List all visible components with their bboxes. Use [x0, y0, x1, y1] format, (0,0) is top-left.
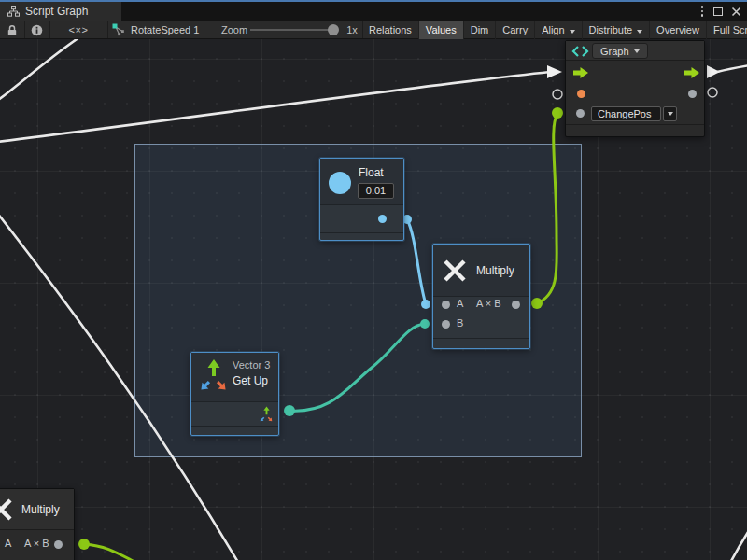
graph-dropdown-label: Graph: [600, 46, 629, 57]
multiply-input-b-port[interactable]: [442, 320, 450, 329]
zoom-value: 1x: [342, 21, 362, 39]
align-button[interactable]: Align: [535, 21, 582, 39]
float-node-title: Float: [359, 166, 384, 179]
graph-node-footer: [566, 124, 704, 132]
multiply-node-footer: [433, 338, 529, 345]
wire-arrowhead-graph-in: [547, 65, 562, 78]
graph-canvas[interactable]: Float 0.01 Multiply A A × B B: [0, 39, 747, 560]
tab-bar: Script Graph: [0, 2, 747, 21]
lock-button[interactable]: [0, 21, 24, 39]
overview-button[interactable]: Overview: [650, 21, 707, 39]
wire-end-green2-start: [78, 539, 90, 550]
float-node[interactable]: Float 0.01: [319, 158, 404, 241]
tab-script-graph[interactable]: Script Graph: [0, 2, 121, 21]
distribute-button[interactable]: Distribute: [583, 21, 650, 39]
wire-white-right: [717, 65, 747, 72]
multiply2-output-port[interactable]: [54, 540, 63, 549]
toolbar: <×> RotateSpeed 1 Zoom 1x Relations Valu…: [0, 21, 747, 39]
vector3-icon: [198, 359, 232, 395]
float-node-body: [320, 205, 403, 232]
float-output-port[interactable]: [378, 215, 387, 223]
multiply2-input-a-label: A: [5, 538, 11, 549]
fullscreen-button[interactable]: Full Screen: [707, 21, 747, 39]
vector3-node-title: Get Up: [233, 374, 268, 387]
edit-source-button[interactable]: <×>: [49, 21, 107, 39]
float-type-icon: [329, 172, 351, 194]
distribute-caret-icon: [637, 30, 642, 34]
window-menu-icon[interactable]: [699, 4, 706, 19]
multiply-input-a-port[interactable]: [442, 301, 450, 309]
graph-node-body: ChangePos: [566, 61, 704, 124]
zoom-slider-track[interactable]: [250, 29, 334, 31]
vector3-node-body: [191, 402, 278, 426]
port-ring-left[interactable]: [553, 90, 562, 99]
changepos-variable-field[interactable]: ChangePos: [591, 106, 661, 121]
float-value-input[interactable]: 0.01: [358, 183, 394, 199]
graph-dropdown-button[interactable]: Graph: [592, 43, 648, 59]
vector3-node-header: Vector 3 Get Up: [191, 353, 278, 402]
wire-white-upper-left: [0, 39, 82, 101]
script-graph-icon: [7, 6, 20, 17]
graph-node-header: Graph: [566, 41, 704, 61]
maximize-icon[interactable]: [713, 7, 723, 16]
graph-code-icon: [571, 45, 589, 58]
multiply-output-port[interactable]: [512, 301, 520, 309]
multiply2-node-header: Multiply: [0, 489, 74, 530]
lock-icon: [7, 24, 18, 36]
align-caret-icon: [570, 30, 575, 34]
multiply-node-2[interactable]: Multiply A A × B: [0, 488, 75, 560]
close-icon[interactable]: [731, 7, 741, 17]
graph-reference-button[interactable]: RotateSpeed 1: [112, 21, 205, 39]
toolbar-button-group: Relations Values Dim Carry Align Distrib…: [362, 21, 747, 39]
float-node-footer: [320, 232, 403, 240]
float-node-header: Float 0.01: [320, 159, 403, 205]
changepos-caret-icon: [668, 112, 673, 116]
multiply2-output-label: A × B: [24, 538, 49, 549]
window-controls: [699, 2, 742, 21]
graph-extra-port[interactable]: [576, 109, 585, 118]
multiply-node-title: Multiply: [476, 264, 514, 277]
dim-button[interactable]: Dim: [464, 21, 497, 39]
multiply-node-header: Multiply: [433, 245, 529, 297]
multiply-input-b-label: B: [457, 317, 463, 329]
vector3-node-footer: [191, 426, 278, 433]
control-input-arrow-icon[interactable]: [573, 67, 589, 78]
relations-button[interactable]: Relations: [362, 21, 419, 39]
graph-node[interactable]: Graph ChangePos: [565, 40, 705, 137]
vector3-get-up-node[interactable]: Vector 3 Get Up: [190, 352, 279, 436]
graph-caret-icon: [634, 49, 640, 53]
tab-label: Script Graph: [25, 5, 88, 18]
multiply-node-body: A A × B B: [433, 297, 529, 338]
wire-end-green-end: [552, 107, 563, 119]
values-button[interactable]: Values: [419, 21, 464, 39]
multiply2-node-body: A A × B: [0, 530, 74, 560]
multiply-input-a-label: A: [457, 298, 463, 309]
graph-value-output-port[interactable]: [688, 90, 697, 98]
multiply-node[interactable]: Multiply A A × B B: [432, 244, 530, 349]
multiply-output-label: A × B: [476, 298, 501, 309]
wire-arrowhead-graph-out: [707, 65, 720, 78]
wire-white-to-graph-node: [0, 72, 550, 142]
wire-white-corner: [730, 529, 747, 560]
changepos-dropdown-button[interactable]: [663, 106, 677, 121]
graph-reference-label: RotateSpeed 1: [131, 24, 199, 35]
info-button[interactable]: [24, 21, 49, 39]
multiply-icon: [443, 259, 467, 283]
carry-button[interactable]: Carry: [496, 21, 535, 39]
vector3-output-port-icon[interactable]: [258, 406, 275, 423]
multiply2-icon: [0, 497, 13, 522]
graph-reference-icon: [112, 23, 125, 36]
changepos-input-port[interactable]: [577, 90, 585, 98]
info-icon: [31, 24, 43, 36]
script-graph-window: Script Graph <×>: [0, 0, 747, 560]
vector3-node-type: Vector 3: [233, 359, 270, 371]
control-output-arrow-icon[interactable]: [684, 67, 700, 78]
wire-multiply2-out: [84, 544, 140, 560]
zoom-slider-handle[interactable]: [328, 24, 339, 35]
port-ring-right[interactable]: [708, 88, 717, 97]
multiply2-node-title: Multiply: [21, 503, 60, 516]
zoom-label: Zoom: [218, 21, 250, 39]
